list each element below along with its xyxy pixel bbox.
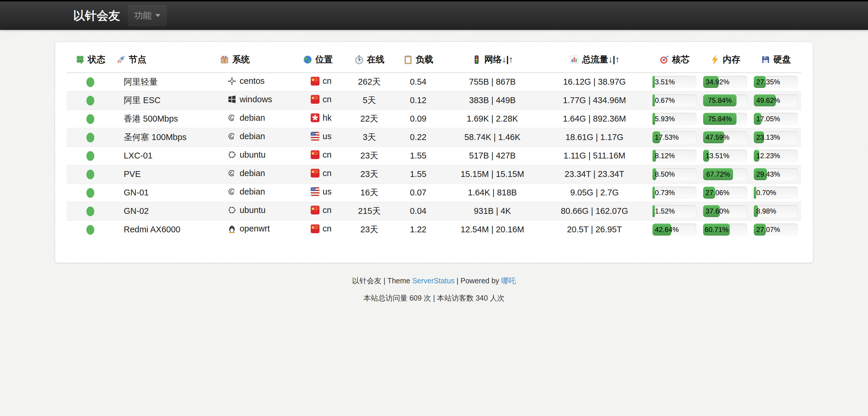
server-row[interactable]: GN-02 ubuntu cn 215天 0.04 931B | 4K 80.6… [67,202,801,220]
server-os-label: centos [240,76,265,86]
server-uptime: 22天 [347,110,391,128]
disk-progress-bar: 27.35% [754,76,798,88]
us-flag-icon [310,131,320,141]
page-footer: 以针会友 | Theme ServerStatus | Powered by 哪… [0,276,868,303]
server-name: 圣何塞 100Mbps [114,128,218,147]
status-dot-online [86,188,94,198]
floppy-icon [761,55,771,64]
server-row[interactable]: 阿里轻量 centos cn 262天 0.54 755B | 867B 16.… [67,73,801,91]
disk-percent-label: 17.05% [756,113,780,125]
disk-percent-label: 0.70% [756,187,776,199]
disk-progress-bar: 17.05% [754,113,798,125]
cpu-percent-label: 8.50% [655,168,675,180]
disk-percent-label: 29.43% [756,168,780,180]
powered-by-link[interactable]: 哪吒 [501,276,516,285]
column-header-label: 节点 [129,54,147,66]
windows-icon [227,95,237,104]
server-network: 517B | 427B [445,147,540,165]
column-header-label: 状态 [88,54,105,66]
server-traffic: 1.11G | 511.16M [540,147,649,165]
status-dot-online [86,207,94,216]
disk-progress-bar: 0.70% [754,187,798,199]
column-header-system: 系统 [217,49,300,73]
memory-percent-label: 37.60% [706,205,729,217]
server-row[interactable]: 阿里 ESC windows cn 5天 0.12 383B | 449B 1.… [67,91,801,110]
column-header-load: 负载 [391,49,445,73]
column-header-disk: 硬盘 [750,49,801,73]
server-traffic: 23.34T | 23.34T [540,165,649,183]
server-load: 0.07 [391,183,445,202]
memory-percent-label: 27.06% [706,187,729,199]
theme-link[interactable]: ServerStatus [412,276,455,285]
column-header-cpu: 核芯 [649,49,700,73]
server-name: GN-02 [114,202,218,220]
server-location-label: cn [323,205,332,215]
memory-progress-bar: 37.60% [703,205,747,217]
server-status-card: 状态节点系统位置在线负载网络↓|↑总流量↓|↑核芯内存硬盘 阿里轻量 cento… [55,41,813,263]
server-load: 1.55 [391,165,445,183]
top-navbar: 以针会友 功能 [0,0,868,30]
debian-icon [227,131,237,141]
memory-percent-label: 13.51% [706,150,729,162]
cpu-percent-label: 0.67% [655,94,675,106]
server-traffic: 16.12G | 38.97G [540,73,649,91]
memory-progress-bar: 27.06% [703,187,747,199]
caret-down-icon [155,14,160,17]
server-row[interactable]: 香港 500Mbps debian hk 22天 0.09 1.69K | 2.… [67,110,801,128]
server-name: PVE [114,165,218,183]
cpu-progress-bar: 3.51% [652,76,696,88]
memory-progress-bar: 75.84% [703,94,747,106]
traffic-light-icon [472,55,482,64]
disk-percent-label: 27.07% [756,224,780,236]
server-uptime: 16天 [347,183,391,202]
footer-credits: 以针会友 | Theme ServerStatus | Powered by 哪… [0,276,868,286]
cpu-percent-label: 8.12% [655,150,675,162]
column-header-label: 位置 [315,54,333,66]
server-traffic: 80.66G | 162.07G [540,202,649,220]
features-menu[interactable]: 功能 [128,5,167,26]
server-load: 0.09 [391,110,445,128]
us-flag-icon [310,187,320,196]
disk-progress-fill [754,187,756,199]
column-header-label: 硬盘 [773,54,791,66]
brand-title[interactable]: 以针会友 [73,8,120,24]
clover-icon [75,55,85,64]
server-os-label: ubuntu [240,150,266,160]
cpu-progress-bar: 1.52% [652,205,696,217]
memory-progress-bar: 13.51% [703,150,747,162]
ubuntu-icon [227,205,237,215]
server-load: 0.04 [391,202,445,220]
memory-percent-label: 47.59% [706,131,729,143]
column-header-online: 在线 [347,49,391,73]
server-network: 383B | 449B [445,91,540,110]
server-name: Redmi AX6000 [114,220,218,239]
server-row[interactable]: GN-01 debian us 16天 0.07 1.64K | 818B 9.… [67,183,801,202]
cn-flag-icon [310,205,320,215]
server-row[interactable]: 圣何塞 100Mbps debian us 3天 0.22 58.74K | 1… [67,128,801,147]
memory-progress-bar: 75.84% [703,113,747,125]
server-row[interactable]: LXC-01 ubuntu cn 23天 1.55 517B | 427B 1.… [67,147,801,165]
cpu-progress-bar: 8.50% [652,168,696,180]
server-traffic: 18.61G | 1.17G [540,128,649,147]
server-load: 0.12 [391,91,445,110]
server-location-label: cn [323,169,332,178]
status-dot-online [86,170,94,179]
disk-progress-bar: 8.98% [754,205,798,217]
server-load: 0.22 [391,128,445,147]
memory-progress-bar: 34.92% [703,76,747,88]
server-os-label: debian [240,131,265,141]
server-name: 阿里轻量 [114,73,218,91]
package-icon [220,55,229,64]
server-network: 15.15M | 15.15M [445,165,540,183]
server-name: LXC-01 [114,147,218,165]
server-uptime: 23天 [347,147,391,165]
status-dot-online [86,151,94,161]
cn-flag-icon [310,77,320,86]
table-header-row: 状态节点系统位置在线负载网络↓|↑总流量↓|↑核芯内存硬盘 [67,49,801,73]
server-row[interactable]: PVE debian cn 23天 1.55 15.15M | 15.15M 2… [67,165,801,183]
column-header-label: 在线 [367,54,384,66]
cpu-percent-label: 17.53% [655,131,679,143]
server-row[interactable]: Redmi AX6000 openwrt cn 23天 1.22 12.54M … [67,220,801,239]
server-os-label: ubuntu [240,205,266,215]
openwrt-icon [227,224,237,234]
